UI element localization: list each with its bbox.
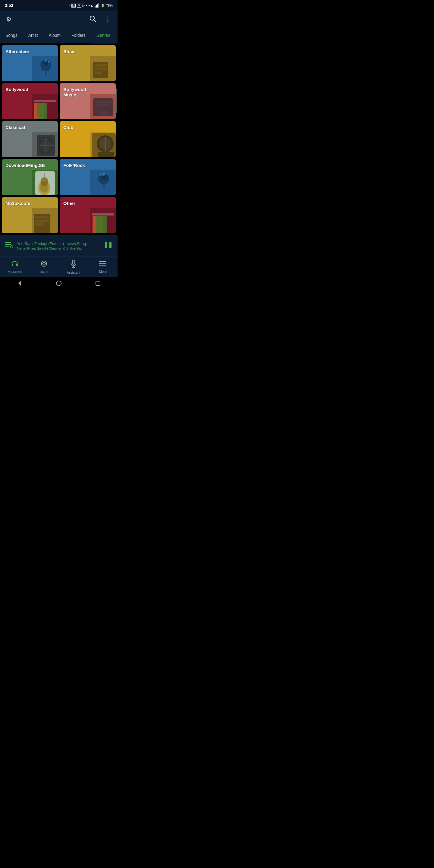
search-button[interactable] bbox=[88, 14, 97, 25]
genre-img-other bbox=[90, 208, 116, 233]
share-icon bbox=[40, 260, 48, 269]
svg-rect-21 bbox=[34, 100, 56, 102]
tab-genres[interactable]: Genres bbox=[92, 28, 115, 43]
back-button[interactable] bbox=[16, 280, 23, 287]
nav-assistant[interactable]: Assistant bbox=[59, 257, 88, 277]
genre-card-folk-rock[interactable]: Folk/Rock bbox=[60, 159, 116, 195]
genre-card-alternative[interactable]: Alternative bbox=[2, 45, 58, 82]
genre-img-alternative bbox=[32, 56, 58, 82]
recents-button[interactable] bbox=[94, 280, 101, 287]
genre-card-bollywood-music[interactable]: Bollywood Music bbox=[60, 83, 116, 119]
svg-point-61 bbox=[10, 246, 13, 248]
mic-icon bbox=[70, 260, 77, 270]
now-playing-info: Yeh Saali Zindagi (Female) - www.Song...… bbox=[17, 241, 101, 250]
genre-card-club[interactable]: Club bbox=[60, 121, 116, 157]
now-playing-queue-icon bbox=[5, 241, 13, 250]
tab-folders[interactable]: Folders bbox=[67, 28, 90, 43]
three-dots-icon: ⋮ bbox=[104, 16, 112, 23]
status-time: 3:53 bbox=[5, 3, 13, 8]
status-bar: 3:53 ♪ M M ▷ • ▾▲ 🔋 79% bbox=[0, 0, 118, 11]
svg-rect-63 bbox=[105, 242, 107, 248]
genre-img-blues bbox=[90, 56, 116, 82]
bottom-nav: My Music Share Assistant bbox=[0, 256, 118, 277]
svg-rect-24 bbox=[96, 101, 111, 103]
wifi-icon: ▾▲ bbox=[88, 4, 93, 7]
svg-point-12 bbox=[48, 61, 50, 63]
top-bar-right: ⋮ bbox=[88, 14, 113, 25]
genre-card-mp3pk[interactable]: Mp3pk.com bbox=[2, 197, 58, 233]
genre-card-bollywood[interactable]: Bollywood bbox=[2, 83, 58, 119]
now-playing-artist: Nishat Khan, Sunidhi Chauhan & Shilpa Ra… bbox=[17, 247, 101, 250]
home-button[interactable] bbox=[55, 280, 62, 287]
svg-rect-0 bbox=[95, 6, 96, 7]
now-playing-title: Yeh Saali Zindagi (Female) - www.Song... bbox=[17, 241, 101, 246]
headphones-icon bbox=[11, 260, 19, 269]
system-nav bbox=[0, 277, 118, 289]
svg-rect-36 bbox=[98, 152, 114, 157]
svg-rect-3 bbox=[98, 3, 99, 7]
svg-rect-53 bbox=[35, 223, 44, 226]
genre-img-mp3pk bbox=[32, 208, 58, 233]
settings-icon: ⚙ bbox=[6, 16, 11, 23]
play-icon: ▷ bbox=[82, 4, 85, 7]
battery-icon: 🔋 bbox=[101, 4, 105, 7]
music-icon: ♪ bbox=[68, 4, 70, 7]
nav-share[interactable]: Share bbox=[30, 258, 59, 276]
svg-rect-71 bbox=[72, 260, 75, 264]
svg-point-66 bbox=[43, 262, 45, 265]
menu-icon bbox=[99, 261, 106, 269]
genre-img-classical bbox=[32, 132, 58, 157]
svg-rect-64 bbox=[109, 242, 112, 248]
genre-card-downloadming[interactable]: DownloadMing.SE bbox=[2, 159, 58, 195]
svg-line-5 bbox=[94, 20, 96, 22]
tabs-bar: Songs Artist Album Folders Genres bbox=[0, 28, 118, 43]
svg-rect-1 bbox=[96, 5, 97, 7]
svg-point-26 bbox=[99, 111, 108, 116]
signal-icon bbox=[95, 3, 99, 7]
svg-rect-79 bbox=[96, 281, 100, 285]
search-icon bbox=[90, 16, 96, 22]
genre-card-other[interactable]: Other bbox=[60, 197, 116, 233]
status-icons: ♪ M M ▷ • ▾▲ 🔋 79% bbox=[68, 3, 113, 7]
svg-rect-17 bbox=[95, 71, 102, 74]
genre-img-club bbox=[90, 132, 116, 157]
scroll-track bbox=[116, 89, 117, 113]
more-options-button[interactable]: ⋮ bbox=[103, 14, 113, 24]
genre-img-downloadming bbox=[32, 170, 58, 195]
now-playing-pause-button[interactable] bbox=[104, 241, 113, 250]
top-bar: ⚙ ⋮ bbox=[0, 11, 118, 28]
svg-point-47 bbox=[102, 173, 105, 176]
svg-point-48 bbox=[100, 174, 101, 176]
genre-img-bollywood bbox=[32, 94, 58, 119]
nav-my-music[interactable]: My Music bbox=[0, 258, 30, 276]
nav-assistant-label: Assistant bbox=[67, 271, 80, 274]
nav-more-label: More bbox=[99, 270, 107, 273]
svg-rect-20 bbox=[37, 103, 47, 119]
svg-rect-46 bbox=[103, 180, 104, 189]
svg-rect-42 bbox=[44, 173, 45, 182]
now-playing-bar[interactable]: Yeh Saali Zindagi (Female) - www.Song...… bbox=[0, 235, 118, 256]
genre-card-blues[interactable]: Blues bbox=[60, 45, 116, 82]
svg-point-11 bbox=[44, 59, 47, 62]
nav-more[interactable]: More bbox=[88, 258, 118, 276]
genre-grid: Alternative Blues Bollywood bbox=[0, 43, 118, 235]
settings-button[interactable]: ⚙ bbox=[5, 14, 13, 24]
svg-rect-25 bbox=[96, 104, 107, 106]
tab-artist[interactable]: Artist bbox=[24, 28, 42, 43]
tab-songs[interactable]: Songs bbox=[1, 28, 22, 43]
svg-rect-37 bbox=[104, 137, 106, 152]
tab-album[interactable]: Album bbox=[44, 28, 65, 43]
app-icon-m2: M bbox=[77, 4, 81, 7]
nav-my-music-label: My Music bbox=[8, 270, 22, 274]
dot-icon: • bbox=[86, 4, 87, 7]
svg-marker-77 bbox=[19, 281, 21, 286]
svg-rect-52 bbox=[35, 220, 49, 222]
genre-card-classical[interactable]: Classical bbox=[2, 121, 58, 157]
svg-rect-2 bbox=[97, 4, 98, 7]
battery-pct: 79% bbox=[106, 4, 113, 7]
svg-rect-15 bbox=[95, 64, 107, 67]
svg-rect-57 bbox=[92, 213, 114, 216]
svg-rect-56 bbox=[96, 216, 107, 233]
svg-rect-51 bbox=[35, 216, 49, 218]
app-icon-m1: M bbox=[71, 4, 76, 7]
